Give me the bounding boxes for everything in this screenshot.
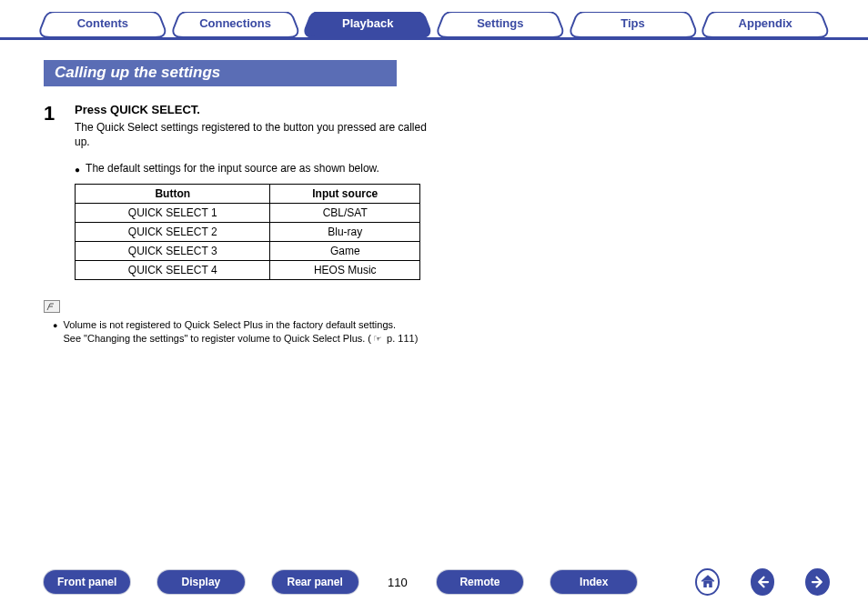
quick-select-table: Button Input source QUICK SELECT 1 CBL/S…	[75, 184, 420, 280]
note-icon	[44, 300, 60, 313]
tab-appendix[interactable]: Appendix	[701, 12, 830, 37]
page-ref-icon: ☞	[373, 332, 382, 346]
step-1: 1 Press QUICK SELECT. The Quick Select s…	[44, 103, 437, 149]
tab-label: Contents	[77, 16, 128, 30]
tab-label: Connections	[199, 16, 271, 30]
next-page-button[interactable]	[805, 568, 830, 596]
table-row: QUICK SELECT 3 Game	[76, 242, 420, 261]
default-settings-note: ● The default settings for the input sou…	[75, 162, 437, 178]
tab-tips[interactable]: Tips	[569, 12, 698, 37]
bullet-icon: ●	[53, 318, 57, 346]
tab-connections[interactable]: Connections	[171, 12, 300, 37]
display-button[interactable]: Display	[157, 570, 244, 594]
section-title: Calling up the settings	[44, 60, 397, 86]
top-tabs: Contents Connections Playback Settings T…	[0, 0, 868, 40]
table-row: QUICK SELECT 1 CBL/SAT	[76, 204, 420, 223]
home-button[interactable]	[695, 568, 720, 596]
main-content: Calling up the settings 1 Press QUICK SE…	[0, 40, 437, 346]
step-heading: Press QUICK SELECT.	[75, 103, 437, 116]
table-header: Input source	[270, 185, 420, 204]
page-number: 110	[386, 576, 409, 589]
prev-page-button[interactable]	[751, 568, 775, 596]
tab-label: Tips	[621, 16, 645, 30]
table-header: Button	[76, 185, 270, 204]
tab-label: Appendix	[739, 16, 792, 30]
tab-label: Settings	[477, 16, 523, 30]
table-row: QUICK SELECT 4 HEOS Music	[76, 261, 420, 280]
index-button[interactable]: Index	[550, 570, 637, 594]
table-row: QUICK SELECT 2 Blu-ray	[76, 223, 420, 242]
tab-contents[interactable]: Contents	[38, 12, 167, 37]
tab-label: Playback	[342, 16, 393, 30]
default-settings-text: The default settings for the input sourc…	[86, 162, 379, 178]
arrow-left-icon	[754, 574, 771, 590]
footnote-block: ● Volume is not registered to Quick Sele…	[44, 300, 437, 346]
table-header-row: Button Input source	[76, 185, 420, 204]
home-icon	[700, 574, 716, 590]
footnote-line: ● Volume is not registered to Quick Sele…	[53, 318, 437, 346]
tab-settings[interactable]: Settings	[436, 12, 565, 37]
footnote-text: Volume is not registered to Quick Select…	[63, 318, 418, 346]
remote-button[interactable]: Remote	[437, 570, 523, 594]
bullet-icon: ●	[75, 162, 80, 178]
tab-playback[interactable]: Playback	[303, 12, 432, 37]
front-panel-button[interactable]: Front panel	[44, 570, 130, 594]
step-number: 1	[44, 103, 75, 149]
step-description: The Quick Select settings registered to …	[75, 120, 437, 149]
rear-panel-button[interactable]: Rear panel	[272, 570, 358, 594]
arrow-right-icon	[810, 574, 826, 590]
bottom-bar: Front panel Display Rear panel 110 Remot…	[0, 568, 868, 596]
